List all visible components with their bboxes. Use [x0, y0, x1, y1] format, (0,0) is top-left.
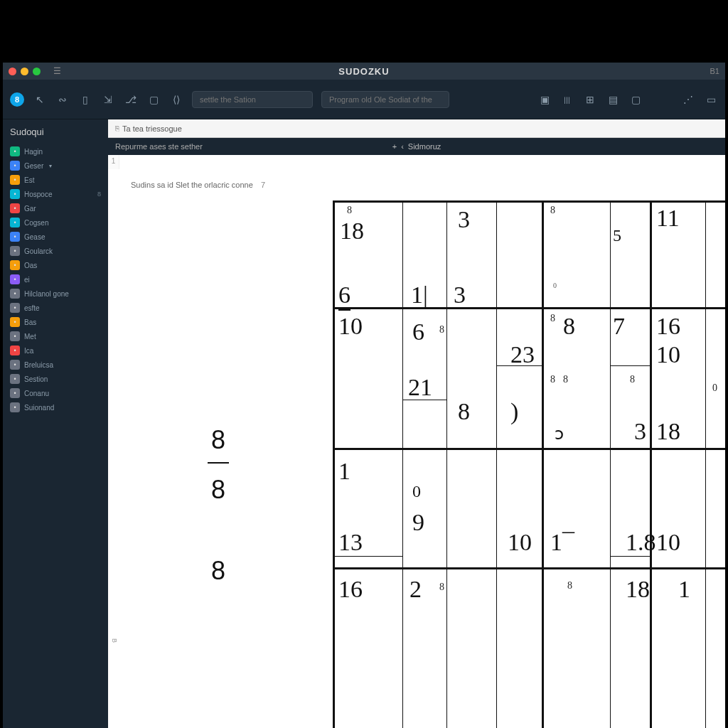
- grid-cell-10[interactable]: 10: [338, 313, 363, 340]
- page-marker: B: [111, 638, 118, 643]
- grid-cell-38[interactable]: 2: [410, 576, 422, 603]
- grid-cell-6[interactable]: 6: [338, 282, 350, 311]
- grid-cell-24[interactable]: 8: [630, 374, 635, 385]
- grid-cell-5[interactable]: 11: [656, 205, 680, 232]
- grid-cell-35[interactable]: 1.8: [626, 529, 656, 556]
- grid-cell-20[interactable]: 8: [458, 398, 470, 425]
- grid-cell-22[interactable]: 8: [550, 374, 555, 385]
- grid-cell-28[interactable]: 18: [656, 418, 680, 445]
- titlebar-right-label: B1: [710, 67, 719, 75]
- maximize-window-button[interactable]: [33, 68, 41, 75]
- grid-cell-4[interactable]: 5: [613, 226, 621, 245]
- sidebar-item-14[interactable]: •Ica: [9, 343, 102, 358]
- list-icon[interactable]: ▤: [606, 94, 620, 105]
- grid-cell-16[interactable]: 7: [613, 313, 625, 340]
- sidebar-item-label: Hospoce: [24, 191, 52, 198]
- sidebar-item-9[interactable]: •ei: [9, 272, 102, 287]
- menu-icon[interactable]: ☰: [53, 66, 61, 76]
- sidebar-item-8[interactable]: •Oas: [9, 258, 102, 272]
- bars-icon[interactable]: ⫼: [560, 94, 574, 105]
- pointer-icon[interactable]: ↖: [33, 94, 47, 105]
- grid-cell-17[interactable]: 16: [656, 313, 680, 340]
- grid-cell-9[interactable]: 0: [553, 282, 557, 289]
- grid-cell-34[interactable]: 1¯: [550, 529, 574, 556]
- sidebar-item-0[interactable]: •Hagin: [9, 144, 102, 159]
- sidebar-item-label: Bas: [24, 318, 36, 326]
- search-input[interactable]: [192, 91, 313, 108]
- grid-cell-26[interactable]: ɔ: [555, 424, 564, 444]
- grid-cell-8[interactable]: 3: [454, 282, 466, 309]
- grid-cell-3[interactable]: 8: [550, 205, 555, 216]
- plus-icon[interactable]: +: [392, 142, 397, 151]
- sidebar-item-2[interactable]: •Est: [9, 173, 102, 187]
- subheader-mid: + ‹ Sidmoruz: [392, 142, 441, 151]
- sidebar-item-13[interactable]: •Met: [9, 329, 102, 343]
- sidebar-icon: •: [10, 203, 20, 213]
- grid-cell-11[interactable]: 6: [412, 318, 424, 346]
- sidebar-item-1[interactable]: •Geser▾: [9, 159, 102, 173]
- grid-cell-19[interactable]: 21: [408, 374, 432, 401]
- link-icon[interactable]: ∾: [55, 94, 70, 105]
- grid-cell-2[interactable]: 3: [458, 206, 470, 233]
- grid-cell-14[interactable]: 8: [550, 313, 555, 324]
- grid-icon[interactable]: ⊞: [583, 94, 597, 105]
- sidebar-item-6[interactable]: •Gease: [9, 230, 102, 244]
- sidebar-item-18[interactable]: •Suionand: [9, 400, 102, 414]
- grid-cell-15[interactable]: 8: [563, 313, 575, 340]
- sidebar-item-11[interactable]: •esfte: [9, 301, 102, 315]
- more-icon[interactable]: ⋰: [681, 94, 695, 105]
- sidebar-badge: 8: [97, 191, 101, 198]
- grid-cell-36[interactable]: 10: [656, 529, 680, 556]
- secondary-input[interactable]: [321, 91, 449, 108]
- sidebar-item-4[interactable]: •Gar: [9, 201, 102, 215]
- grid-cell-41[interactable]: 18: [626, 576, 650, 603]
- sidebar-icon: •: [10, 274, 20, 284]
- puzzle-grid[interactable]: 8183851161|301068238871610218)8880ɔ31810…: [333, 200, 725, 728]
- grid-cell-31[interactable]: 9: [412, 509, 424, 536]
- grid-cell-32[interactable]: 13: [338, 529, 363, 556]
- square-icon[interactable]: ▢: [628, 94, 643, 105]
- toolbar-badge[interactable]: 8: [10, 92, 24, 107]
- grid-cell-40[interactable]: 8: [567, 580, 572, 592]
- grid-cell-42[interactable]: 1: [678, 576, 690, 603]
- export-icon[interactable]: ⇲: [101, 94, 115, 105]
- sidebar-icon: •: [10, 246, 20, 256]
- document-icon[interactable]: ▯: [78, 94, 92, 105]
- grid-cell-12[interactable]: 8: [439, 324, 444, 336]
- grid-cell-29[interactable]: 1: [338, 458, 350, 485]
- chevron-left-icon[interactable]: ‹: [401, 142, 404, 151]
- sidebar-item-10[interactable]: •Hilclanol gone: [9, 287, 102, 301]
- grid-cell-39[interactable]: 8: [439, 582, 444, 593]
- sidebar-item-15[interactable]: •Breluicsa: [9, 358, 102, 372]
- grid-cell-30[interactable]: 0: [412, 482, 421, 501]
- minimize-window-button[interactable]: [21, 68, 28, 75]
- grid-cell-25[interactable]: 0: [712, 382, 717, 394]
- sidebar-item-12[interactable]: •Bas: [9, 315, 102, 329]
- close-window-button[interactable]: [9, 68, 16, 75]
- grid-cell-23[interactable]: 8: [563, 374, 568, 385]
- sidebar-item-label: Cogsen: [24, 219, 48, 227]
- code-icon[interactable]: ⟨⟩: [169, 94, 183, 105]
- branch-icon[interactable]: ⎇: [124, 94, 138, 105]
- sidebar-item-17[interactable]: •Conanu: [9, 386, 102, 400]
- grid-cell-18[interactable]: 10: [656, 341, 680, 368]
- grid-cell-7[interactable]: 1|: [411, 282, 428, 309]
- grid-cell-1[interactable]: 18: [340, 218, 364, 245]
- sidebar-item-label: Gease: [24, 233, 45, 241]
- sidebar-item-label: Suionand: [24, 404, 54, 412]
- grid-cell-37[interactable]: 16: [338, 576, 363, 603]
- sidebar-item-7[interactable]: •Goularck: [9, 244, 102, 258]
- grid-cell-27[interactable]: 3: [634, 418, 646, 445]
- grid-cell-21[interactable]: ): [510, 398, 518, 425]
- grid-cell-13[interactable]: 23: [510, 341, 535, 368]
- grid-cell-0[interactable]: 8: [347, 205, 352, 216]
- grid-cell-33[interactable]: 10: [508, 529, 532, 556]
- folder-icon[interactable]: ▢: [146, 94, 161, 105]
- sidebar-item-3[interactable]: •Hospoce8: [9, 187, 102, 201]
- sidebar-item-5[interactable]: •Cogsen: [9, 215, 102, 230]
- tab-active[interactable]: ⎘ Ta tea triessogue: [115, 124, 182, 133]
- panel-icon[interactable]: ▣: [537, 94, 552, 105]
- hint-number: 7: [261, 181, 265, 189]
- sidebar-item-16[interactable]: •Sestion: [9, 372, 102, 386]
- layout-icon[interactable]: ▭: [704, 94, 718, 105]
